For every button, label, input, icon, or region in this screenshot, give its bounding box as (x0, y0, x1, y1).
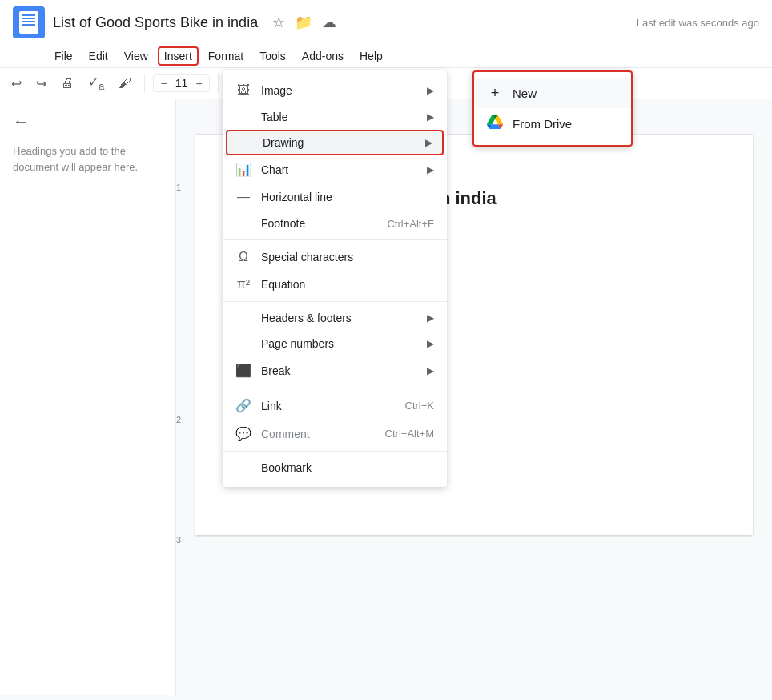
insert-headers-footers-item[interactable]: Headers & footers ▶ (223, 305, 447, 331)
sidebar-back-arrow[interactable]: ← (13, 112, 163, 131)
title-bar: List of Good Sports Bike in india ☆ 📁 ☁ … (0, 0, 772, 45)
insert-bookmark-item[interactable]: Bookmark (223, 455, 447, 481)
cloud-icon[interactable]: ☁ (322, 14, 336, 31)
toolbar-separator-2 (218, 74, 219, 93)
menu-file[interactable]: File (48, 46, 79, 66)
folder-icon[interactable]: 📁 (295, 14, 312, 31)
font-size-decrease[interactable]: − (157, 77, 170, 90)
menu-separator-2 (223, 301, 447, 302)
menu-separator-4 (223, 451, 447, 452)
insert-page-numbers-item[interactable]: Page numbers ▶ (223, 331, 447, 356)
chart-icon: 📊 (235, 162, 251, 177)
break-arrow-icon: ▶ (427, 365, 434, 376)
insert-drawing-item[interactable]: Drawing ▶ (226, 130, 444, 155)
font-size-control: − 11 + (153, 74, 209, 92)
insert-equation-item[interactable]: π² Equation (223, 271, 447, 298)
insert-menu-dropdown: 🖼 Image ▶ Table ▶ Drawing ▶ 📊 Chart ▶ — … (223, 70, 447, 487)
undo-button[interactable]: ↩ (6, 73, 26, 95)
page-number-1: 1 (176, 183, 181, 192)
image-icon: 🖼 (235, 83, 251, 98)
toolbar-separator-1 (144, 74, 145, 93)
menu-view[interactable]: View (118, 46, 155, 66)
font-size-increase[interactable]: + (193, 77, 206, 90)
break-icon: ⬛ (235, 363, 251, 378)
comment-icon: 💬 (235, 426, 251, 441)
headers-footers-arrow-icon: ▶ (427, 312, 434, 324)
drive-icon (487, 115, 503, 132)
equation-icon: π² (235, 277, 251, 292)
last-edit-status: Last edit was seconds ago (637, 17, 759, 29)
menu-format[interactable]: Format (202, 46, 250, 66)
insert-special-chars-item[interactable]: Ω Special characters (223, 243, 447, 271)
drawing-submenu-dropdown: + New From Drive (472, 70, 633, 147)
insert-break-item[interactable]: ⬛ Break ▶ (223, 356, 447, 384)
document-title: List of Good Sports Bike in india (53, 14, 258, 31)
font-size-value[interactable]: 11 (172, 77, 191, 90)
redo-button[interactable]: ↪ (31, 73, 51, 95)
menu-tools[interactable]: Tools (253, 46, 292, 66)
insert-footnote-item[interactable]: Footnote Ctrl+Alt+F (223, 211, 447, 236)
menu-edit[interactable]: Edit (82, 46, 115, 66)
menu-separator-1 (223, 239, 447, 240)
title-icons: ☆ 📁 ☁ (272, 14, 336, 31)
print-button[interactable]: 🖨 (56, 73, 78, 94)
menu-separator-3 (223, 388, 447, 388)
plus-icon: + (487, 85, 503, 102)
drawing-from-drive-item[interactable]: From Drive (474, 108, 631, 139)
doc-icon (13, 6, 45, 38)
menu-bar: File Edit View Insert Format Tools Add-o… (0, 45, 772, 68)
menu-help[interactable]: Help (353, 46, 389, 66)
link-icon: 🔗 (235, 398, 251, 413)
page-numbers-arrow-icon: ▶ (427, 338, 434, 349)
menu-insert[interactable]: Insert (158, 46, 199, 66)
paint-format-button[interactable]: 🖌 (114, 73, 136, 94)
page-number-2: 2 (176, 415, 181, 424)
spell-check-button[interactable]: ✓a (83, 71, 109, 95)
horizontal-line-icon: — (235, 190, 251, 204)
special-chars-icon: Ω (235, 250, 251, 264)
menu-addons[interactable]: Add-ons (296, 46, 350, 66)
sidebar: ← Headings you add to the document will … (0, 99, 176, 695)
table-arrow-icon: ▶ (427, 111, 434, 123)
sidebar-hint-text: Headings you add to the document will ap… (13, 143, 163, 175)
drawing-new-item[interactable]: + New (474, 78, 631, 108)
insert-image-item[interactable]: 🖼 Image ▶ (223, 77, 447, 104)
image-arrow-icon: ▶ (427, 85, 434, 96)
insert-table-item[interactable]: Table ▶ (223, 104, 447, 130)
insert-link-item[interactable]: 🔗 Link Ctrl+K (223, 392, 447, 420)
chart-arrow-icon: ▶ (427, 164, 434, 175)
insert-horizontal-line-item[interactable]: — Horizontal line (223, 183, 447, 211)
page-number-3: 3 (176, 535, 181, 545)
star-icon[interactable]: ☆ (272, 14, 285, 31)
drawing-arrow-icon: ▶ (425, 137, 432, 148)
insert-comment-item[interactable]: 💬 Comment Ctrl+Alt+M (223, 420, 447, 448)
insert-chart-item[interactable]: 📊 Chart ▶ (223, 155, 447, 183)
